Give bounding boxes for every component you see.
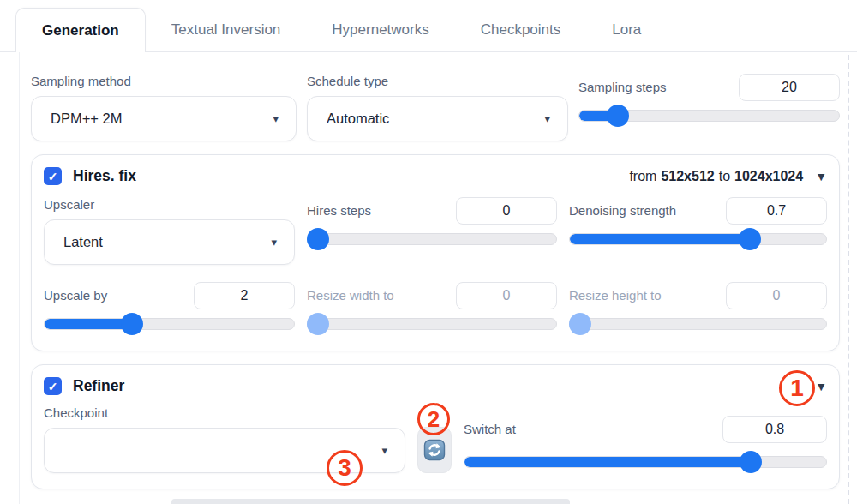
sampling-method-field: Sampling method DPM++ 2M ▾ bbox=[31, 74, 297, 141]
annotation-circle-1: 1 bbox=[779, 370, 815, 406]
slider-thumb[interactable] bbox=[307, 228, 329, 250]
slider-fill bbox=[570, 234, 749, 244]
left-guide-line bbox=[19, 52, 20, 504]
slider-thumb[interactable] bbox=[607, 105, 629, 127]
checkmark-icon: ✓ bbox=[48, 381, 58, 393]
chevron-down-icon: ▾ bbox=[544, 113, 550, 124]
denoising-strength-label: Denoising strength bbox=[569, 203, 676, 219]
annotation-circle-3: 3 bbox=[327, 450, 363, 486]
sampling-method-dropdown[interactable]: DPM++ 2M ▾ bbox=[31, 96, 297, 141]
upscaler-field: Upscaler Latent ▾ bbox=[44, 197, 295, 265]
sampling-steps-field: Sampling steps bbox=[578, 74, 840, 141]
hires-fix-title: Hires. fix bbox=[73, 167, 136, 185]
annotation-circle-2: 2 bbox=[417, 403, 450, 435]
checkmark-icon: ✓ bbox=[48, 171, 58, 183]
switch-at-slider[interactable] bbox=[464, 451, 827, 473]
resize-height-label: Resize height to bbox=[569, 288, 662, 303]
slider-track bbox=[569, 318, 827, 330]
schedule-type-label: Schedule type bbox=[307, 74, 568, 89]
resize-height-slider[interactable] bbox=[569, 313, 827, 335]
denoising-strength-input[interactable] bbox=[726, 197, 827, 225]
slider-thumb[interactable] bbox=[739, 228, 761, 250]
hires-steps-input[interactable] bbox=[456, 197, 557, 225]
refiner-title: Refiner bbox=[73, 377, 124, 395]
slider-track bbox=[569, 233, 827, 245]
tab-checkpoints[interactable]: Checkpoints bbox=[455, 8, 587, 51]
resize-width-input[interactable] bbox=[456, 282, 557, 309]
collapse-arrow-icon[interactable]: ▼ bbox=[815, 380, 827, 393]
column-resize-handle[interactable] bbox=[848, 55, 849, 504]
hires-resolution-summary: from 512x512 to 1024x1024 ▼ bbox=[625, 169, 827, 184]
sampling-row: Sampling method DPM++ 2M ▾ Schedule type… bbox=[0, 52, 857, 141]
to-size: 1024x1024 bbox=[734, 169, 803, 184]
sampling-steps-input[interactable] bbox=[739, 74, 840, 101]
sampling-method-value: DPM++ 2M bbox=[51, 111, 122, 127]
hires-fix-header[interactable]: ✓ Hires. fix from 512x512 to 1024x1024 ▼ bbox=[44, 167, 827, 185]
slider-thumb[interactable] bbox=[569, 313, 591, 335]
sampling-method-label: Sampling method bbox=[31, 74, 297, 89]
to-word: to bbox=[719, 169, 730, 184]
slider-fill bbox=[464, 457, 750, 467]
upscale-by-input[interactable] bbox=[194, 282, 295, 309]
collapse-arrow-icon[interactable]: ▼ bbox=[815, 170, 827, 183]
txt2img-settings-page: Generation Textual Inversion Hypernetwor… bbox=[0, 0, 857, 504]
hires-steps-slider[interactable] bbox=[307, 228, 557, 250]
slider-thumb[interactable] bbox=[307, 313, 329, 335]
tab-hypernetworks[interactable]: Hypernetworks bbox=[306, 8, 454, 51]
next-section-edge bbox=[171, 499, 570, 504]
refresh-icon bbox=[423, 439, 446, 461]
slider-fill bbox=[45, 319, 132, 329]
from-size: 512x512 bbox=[661, 169, 714, 184]
refiner-panel: 1 2 3 ✓ Refiner ▼ Checkpoint ▾ bbox=[31, 364, 840, 489]
hires-fix-checkbox[interactable]: ✓ bbox=[44, 167, 62, 185]
chevron-down-icon: ▾ bbox=[381, 445, 387, 456]
hires-steps-label: Hires steps bbox=[307, 203, 371, 219]
slider-track bbox=[307, 233, 557, 245]
tab-lora[interactable]: Lora bbox=[586, 8, 667, 51]
sampling-steps-slider[interactable] bbox=[578, 105, 840, 127]
denoising-strength-field: Denoising strength bbox=[569, 197, 827, 265]
resize-width-slider[interactable] bbox=[307, 313, 557, 335]
sampling-steps-label: Sampling steps bbox=[578, 80, 667, 95]
checkpoint-label: Checkpoint bbox=[44, 405, 405, 421]
chevron-down-icon: ▾ bbox=[273, 113, 279, 124]
tab-bar: Generation Textual Inversion Hypernetwor… bbox=[0, 0, 857, 52]
denoising-strength-slider[interactable] bbox=[569, 228, 827, 250]
slider-track bbox=[307, 318, 557, 330]
tab-textual-inversion[interactable]: Textual Inversion bbox=[146, 8, 307, 51]
upscale-by-label: Upscale by bbox=[44, 288, 107, 303]
resize-width-field: Resize width to bbox=[307, 282, 557, 335]
upscaler-value: Latent bbox=[63, 234, 103, 250]
tab-generation[interactable]: Generation bbox=[15, 8, 146, 52]
hires-fix-panel: ✓ Hires. fix from 512x512 to 1024x1024 ▼… bbox=[31, 154, 840, 351]
chevron-down-icon: ▾ bbox=[271, 237, 277, 248]
resize-width-label: Resize width to bbox=[307, 288, 394, 303]
schedule-type-value: Automatic bbox=[327, 111, 389, 127]
upscale-by-slider[interactable] bbox=[44, 313, 295, 335]
refiner-checkbox[interactable]: ✓ bbox=[44, 377, 62, 395]
slider-track bbox=[44, 318, 295, 330]
resize-height-field: Resize height to bbox=[569, 282, 827, 335]
upscaler-dropdown[interactable]: Latent ▾ bbox=[44, 219, 295, 265]
schedule-type-dropdown[interactable]: Automatic ▾ bbox=[307, 96, 568, 141]
slider-thumb[interactable] bbox=[121, 313, 143, 335]
slider-track bbox=[464, 456, 827, 468]
refiner-header[interactable]: ✓ Refiner ▼ bbox=[44, 377, 827, 395]
from-word: from bbox=[629, 169, 656, 184]
switch-at-input[interactable] bbox=[722, 416, 827, 443]
switch-at-label: Switch at bbox=[464, 422, 516, 437]
slider-thumb[interactable] bbox=[740, 451, 762, 473]
resize-height-input[interactable] bbox=[726, 282, 827, 309]
upscale-by-field: Upscale by bbox=[44, 282, 295, 335]
schedule-type-field: Schedule type Automatic ▾ bbox=[307, 74, 568, 141]
upscaler-label: Upscaler bbox=[44, 197, 295, 213]
hires-steps-field: Hires steps bbox=[307, 197, 557, 265]
switch-at-field: Switch at bbox=[464, 416, 827, 473]
hires-row-2: Upscale by Resize width to bbox=[44, 282, 827, 335]
hires-row-1: Upscaler Latent ▾ Hires steps Denois bbox=[44, 197, 827, 265]
